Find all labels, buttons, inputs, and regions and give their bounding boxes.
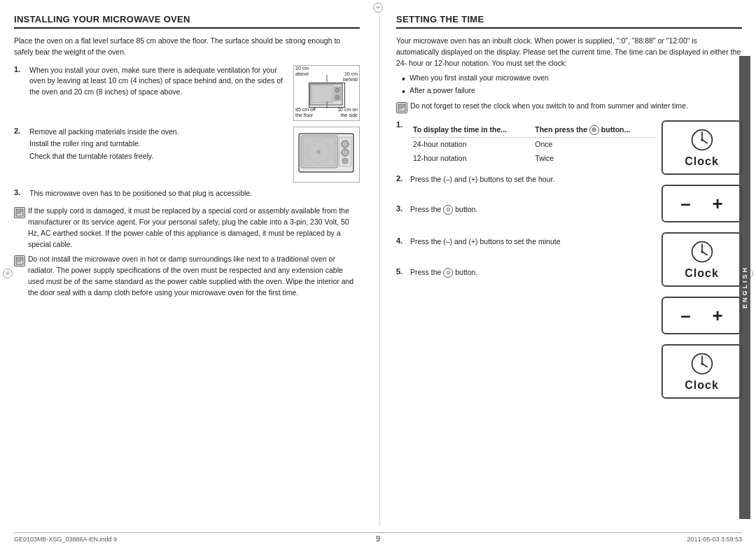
step-2-line-1: Remove all packing materials inside the … — [29, 127, 288, 138]
left-step-1: 1. When you install your oven, make sure… — [14, 65, 360, 121]
bullet-item-1: • When you first install your microwave … — [402, 73, 742, 84]
right-step-3-content: Press the ⊙ button. — [410, 204, 656, 215]
right-step-5: 5. Press the ⊙ button. — [396, 267, 656, 278]
right-step-3-number: 3. — [396, 204, 407, 213]
right-step-4-number: 4. — [396, 236, 407, 245]
diagram-floor-label: 85 cm offthe floor — [295, 107, 316, 119]
step-2-line-2: Install the roller ring and turntable. — [29, 138, 288, 150]
step-3-text: This microwave oven has to be positioned… — [29, 188, 360, 199]
svg-rect-1 — [312, 85, 332, 103]
footer-right: 2011-05-03 3:59:53 — [687, 536, 742, 543]
clock-label-3: Clock — [685, 379, 719, 392]
clock-button-1: Clock — [662, 120, 742, 175]
right-step-5-text: Press the ⊙ button. — [410, 268, 477, 276]
note-svg-1 — [15, 208, 24, 217]
clock-svg-2 — [690, 239, 715, 264]
svg-point-4 — [335, 95, 340, 99]
footer: GE0103MB-XSG_03886A-EN.indd 9 2011-05-03… — [14, 532, 742, 543]
minus-plus-button-1: – + — [662, 185, 742, 222]
time-table: To display the time in the... Then press… — [410, 123, 656, 165]
step-3-number: 3. — [14, 188, 27, 197]
clock-icon-inline-3: ⊙ — [443, 205, 453, 215]
right-steps-content: 1. To display the time in the... Then pr… — [396, 120, 742, 406]
arrow-top2 — [326, 101, 327, 108]
minus-sign-1: – — [680, 194, 690, 213]
svg-point-13 — [316, 150, 321, 154]
left-section-title: INSTALLING YOUR MICROWAVE OVEN — [14, 14, 360, 29]
table-row-1: 24-hour notation Once — [410, 138, 656, 152]
svg-point-33 — [701, 250, 704, 253]
col2-header: Then press the ⊙ button... — [532, 123, 656, 137]
clock-label-1: Clock — [685, 155, 719, 168]
step-2-line-3: Check that the turntable rotates freely. — [29, 151, 288, 162]
step-3-content: This microwave oven has to be positioned… — [29, 188, 360, 201]
clock-svg-1 — [690, 127, 715, 152]
table-cell-1-1: 24-hour notation — [410, 138, 532, 152]
right-step-1-content: To display the time in the... Then press… — [410, 120, 656, 165]
right-step-5-content: Press the ⊙ button. — [410, 267, 656, 278]
right-note-icon — [396, 102, 407, 113]
svg-rect-18 — [16, 257, 23, 264]
right-note-text: Do not forget to reset the clock when yo… — [410, 101, 688, 112]
right-buttons-column: Clock – + Clock — [662, 120, 742, 406]
step-1-text: When you install your oven, make sure th… — [29, 65, 288, 99]
note-icon-2 — [14, 255, 25, 267]
left-note-1-text: If the supply cord is damaged, it must b… — [28, 206, 360, 250]
col2-header-text: Then press the ⊙ button... — [535, 125, 630, 134]
step-2-number: 2. — [14, 127, 27, 135]
main-content: INSTALLING YOUR MICROWAVE OVEN Place the… — [14, 14, 742, 526]
diagram-side-label: 10 cm onthe side — [337, 107, 358, 119]
footer-left: GE0103MB-XSG_03886A-EN.indd 9 — [14, 536, 117, 543]
svg-rect-22 — [398, 104, 405, 111]
plus-sign-2: + — [712, 306, 722, 325]
registration-mark-left — [3, 269, 13, 278]
arrow-top — [326, 75, 327, 82]
bullet-list: • When you first install your microwave … — [402, 73, 742, 97]
clock-icon-inline-5: ⊙ — [443, 268, 453, 278]
plus-sign-1: + — [712, 194, 722, 213]
svg-rect-14 — [16, 209, 23, 216]
right-step-4-text: Press the (–) and (+) buttons to set the… — [410, 237, 561, 246]
step-2-content: Remove all packing materials inside the … — [29, 127, 360, 183]
right-step-3-text: Press the ⊙ button. — [410, 205, 477, 213]
left-note-2-text: Do not install the microwave oven in hot… — [28, 254, 360, 298]
left-note-2: Do not install the microwave oven in hot… — [14, 254, 360, 298]
bullet-text-1: When you first install your microwave ov… — [410, 73, 549, 84]
bullet-text-2: After a power failure — [410, 85, 475, 97]
right-step-5-number: 5. — [396, 267, 407, 276]
bullet-dot-1: • — [402, 74, 405, 84]
table-cell-2-2: Twice — [532, 152, 656, 166]
left-column: INSTALLING YOUR MICROWAVE OVEN Place the… — [14, 14, 367, 526]
svg-point-3 — [335, 88, 340, 92]
english-sidebar-label: ENGLISH — [741, 266, 748, 308]
right-note-svg — [398, 104, 406, 112]
clock-icon-inline: ⊙ — [589, 125, 599, 135]
right-section-intro: Your microwave oven has an inbuilt clock… — [396, 36, 742, 69]
diagram-above-label: 20 cmabove — [295, 66, 309, 78]
svg-point-9 — [342, 141, 349, 148]
clock-svg-3 — [690, 351, 715, 376]
clock-button-2: Clock — [662, 232, 742, 287]
right-step-2-content: Press the (–) and (+) buttons to set the… — [410, 174, 656, 185]
right-step-2-number: 2. — [396, 174, 407, 183]
svg-point-11 — [342, 158, 348, 164]
note-svg-2 — [15, 257, 24, 265]
right-step-4: 4. Press the (–) and (+) buttons to set … — [396, 236, 656, 248]
minus-plus-button-2: – + — [662, 297, 742, 334]
step-2-text: Remove all packing materials inside the … — [29, 127, 288, 164]
left-section-intro: Place the oven on a flat level surface 8… — [14, 36, 360, 58]
svg-point-37 — [701, 362, 704, 365]
oven-image-box — [293, 127, 360, 183]
right-step-2-text: Press the (–) and (+) buttons to set the… — [410, 175, 554, 183]
right-step-4-content: Press the (–) and (+) buttons to set the… — [410, 236, 656, 248]
col1-header-text: To display the time in the... — [413, 125, 507, 134]
clock-button-3: Clock — [662, 344, 742, 399]
col1-header: To display the time in the... — [410, 123, 532, 137]
right-step-3: 3. Press the ⊙ button. — [396, 204, 656, 215]
right-steps-text: 1. To display the time in the... Then pr… — [396, 120, 662, 406]
right-step-2: 2. Press the (–) and (+) buttons to set … — [396, 174, 656, 185]
clock-label-2: Clock — [685, 267, 719, 280]
svg-point-29 — [701, 138, 704, 141]
step-1-number: 1. — [14, 65, 27, 73]
left-step-2: 2. Remove all packing materials inside t… — [14, 127, 360, 183]
